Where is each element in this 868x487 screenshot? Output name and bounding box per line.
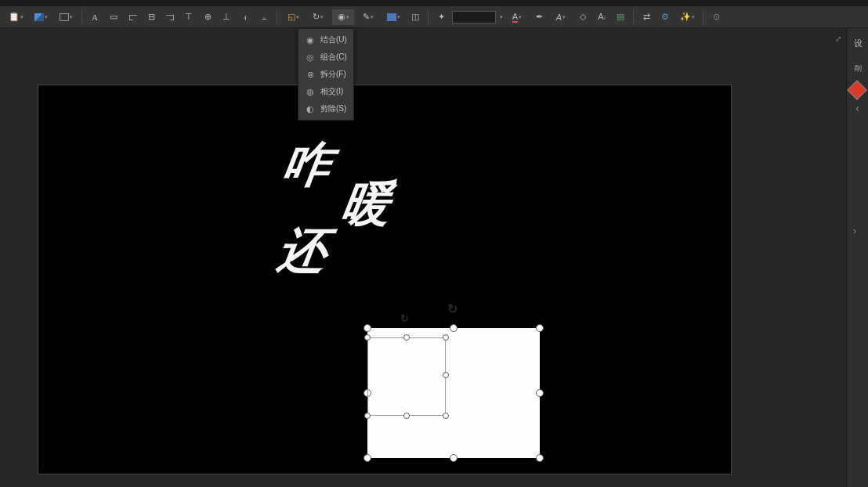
header-icon[interactable]: ▭ (106, 9, 121, 25)
effects-icon[interactable]: ✦ (433, 9, 449, 25)
intersect-icon: ◍ (305, 86, 316, 97)
shape-outline-icon[interactable]: ◫ (407, 9, 423, 25)
inner-handle-tl[interactable] (364, 334, 371, 341)
find-replace-icon[interactable]: ⇄ (638, 9, 654, 25)
selection-handle-br[interactable] (536, 454, 544, 462)
settings-icon[interactable]: ⚙ (657, 9, 673, 25)
textbox-icon[interactable]: A (87, 9, 103, 25)
text-effects-icon[interactable]: A▾ (550, 9, 572, 25)
edit-shape-icon[interactable]: ✎▾ (357, 9, 379, 25)
slide-canvas[interactable]: 咋 暖 还 ↻ ↻ (38, 85, 732, 474)
panel-more-icon[interactable]: › (853, 225, 856, 236)
align-center-icon[interactable]: ⊟ (143, 9, 159, 25)
inner-handle-tm[interactable] (403, 334, 410, 341)
selection-handle-tm[interactable] (450, 324, 458, 332)
menu-union[interactable]: ◉ 结合(U) (298, 31, 353, 49)
selection-pane-icon[interactable]: ▤ (613, 9, 628, 25)
wordart-text-1[interactable]: 咋 (280, 140, 337, 189)
shape-fill-icon[interactable]: ▾ (382, 9, 404, 25)
font-color-icon[interactable]: A▾ (506, 9, 528, 25)
menu-intersect[interactable]: ◍ 相交(I) (298, 83, 353, 100)
color-dropdown-arrow[interactable]: ▾ (500, 14, 503, 20)
inner-handle-mr[interactable] (443, 372, 449, 378)
selection-handle-bl[interactable] (363, 454, 371, 462)
color-picker[interactable] (452, 11, 496, 23)
char-spacing-icon[interactable]: Aᵢ (594, 9, 609, 25)
menu-label: 结合(U) (320, 34, 347, 45)
wordart-text-3[interactable]: 还 (275, 226, 332, 275)
rotate-icon[interactable]: ↻▾ (307, 9, 329, 25)
workspace[interactable]: ⤢ 咋 暖 还 ↻ ↻ (0, 28, 846, 487)
panel-caret-icon[interactable]: ‹ (847, 102, 868, 114)
inner-handle-bl[interactable] (364, 413, 371, 419)
image-icon[interactable]: ▾ (30, 9, 52, 25)
menu-fragment[interactable]: ⊗ 拆分(F) (298, 66, 353, 83)
inner-rotate-handle[interactable]: ↻ (400, 312, 413, 325)
collapse-ruler-icon[interactable]: ⤢ (835, 34, 841, 43)
panel-tab-design[interactable]: 设 (848, 33, 867, 54)
selection-handle-tr[interactable] (536, 324, 544, 332)
combine-icon: ◎ (305, 52, 316, 63)
help-icon[interactable]: ⊙ (708, 9, 724, 25)
bring-front-icon[interactable]: ◱▾ (282, 9, 304, 25)
selection-handle-mr[interactable] (536, 389, 544, 397)
wordart-text-2[interactable]: 暖 (339, 179, 396, 228)
clear-format-icon[interactable]: ◇ (575, 9, 591, 25)
merge-shapes-dropdown: ◉ 结合(U) ◎ 组合(C) ⊗ 拆分(F) ◍ 相交(I) ◐ 剪除(S) (298, 28, 354, 121)
selection-handle-bm[interactable] (450, 454, 458, 462)
main-toolbar: 📋▾ ▾ ▾ A ▭ ⫍ ⊟ ⫎ ⊤ ⊕ ⊥ ⫞ ⫠ ◱▾ ↻▾ ◉▾ ✎▾ ▾… (0, 6, 868, 28)
inner-selection-box[interactable] (367, 337, 446, 416)
paste-icon[interactable]: 📋▾ (5, 9, 27, 25)
menu-label: 组合(C) (320, 52, 347, 63)
menu-combine[interactable]: ◎ 组合(C) (298, 49, 353, 66)
fragment-icon: ⊗ (305, 69, 316, 80)
union-icon: ◉ (305, 34, 316, 45)
distribute-v-icon[interactable]: ⫠ (256, 9, 272, 25)
align-middle-icon[interactable]: ⊕ (200, 9, 215, 25)
merge-shapes-icon[interactable]: ◉▾ (332, 9, 354, 25)
rotate-handle[interactable]: ↻ (447, 301, 460, 314)
inner-handle-bm[interactable] (403, 413, 410, 419)
titlebar (0, 0, 868, 6)
ai-tools-icon[interactable]: ✨▾ (676, 9, 698, 25)
inner-handle-br[interactable] (443, 413, 449, 419)
menu-label: 剪除(S) (320, 103, 346, 114)
menu-label: 拆分(F) (320, 69, 346, 80)
right-side-panel: 设 削 ‹ › (846, 28, 868, 487)
selection-handle-tl[interactable] (363, 324, 371, 332)
align-left-icon[interactable]: ⫍ (125, 9, 140, 25)
shape-format-icon[interactable] (847, 80, 866, 99)
panel-tab-trim[interactable]: 削 (848, 59, 867, 78)
format-painter-icon[interactable]: ✒ (531, 9, 547, 25)
align-bottom-icon[interactable]: ⊥ (219, 9, 234, 25)
menu-label: 相交(I) (320, 86, 343, 97)
align-top-icon[interactable]: ⊤ (181, 9, 197, 25)
menu-subtract[interactable]: ◐ 剪除(S) (298, 100, 353, 117)
screenshot-icon[interactable]: ▾ (55, 9, 77, 25)
inner-handle-tr[interactable] (443, 334, 449, 341)
subtract-icon: ◐ (305, 103, 316, 114)
distribute-h-icon[interactable]: ⫞ (237, 9, 253, 25)
align-right-icon[interactable]: ⫎ (162, 9, 178, 25)
